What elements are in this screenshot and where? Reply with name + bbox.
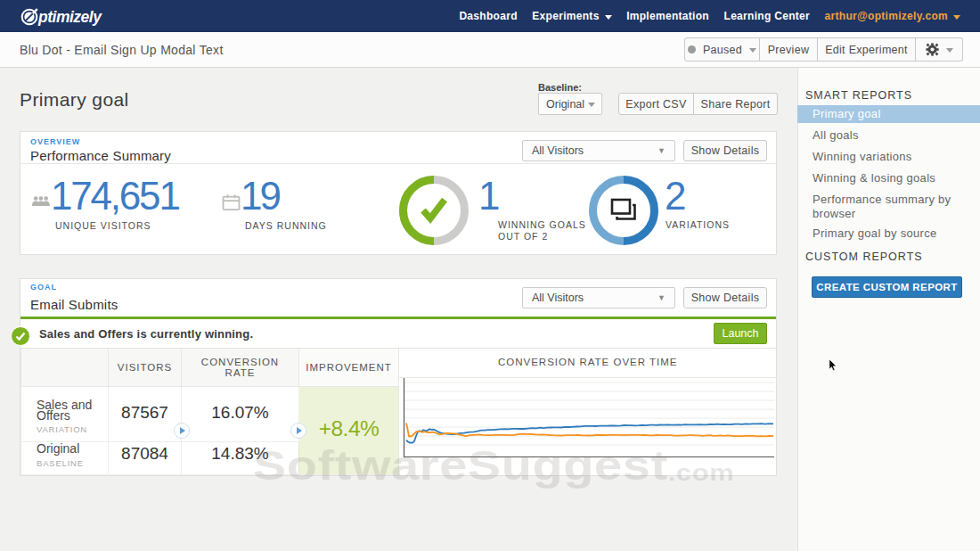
svg-text:ptimizely: ptimizely [37,8,102,26]
